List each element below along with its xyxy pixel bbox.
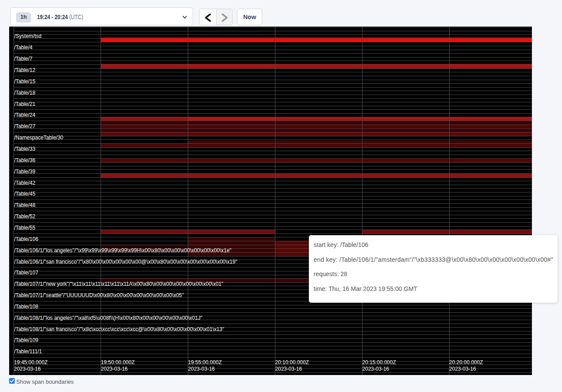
svg-text:/Table/107/1/"new york"/"\x11\: /Table/107/1/"new york"/"\x11\x11\x11\x1… — [14, 281, 223, 287]
svg-text:2023-03-16: 2023-03-16 — [449, 366, 476, 372]
svg-text:2023-03-16: 2023-03-16 — [362, 366, 389, 372]
svg-text:/Table/106: /Table/106 — [14, 236, 39, 242]
svg-text:/Table/18: /Table/18 — [14, 90, 36, 96]
svg-text:/Table/55: /Table/55 — [14, 225, 36, 231]
svg-text:/Table/42: /Table/42 — [14, 180, 36, 186]
svg-text:/NamespaceTable/30: /NamespaceTable/30 — [14, 135, 64, 141]
svg-text:2023-03-16: 2023-03-16 — [101, 366, 128, 372]
svg-text:/Table/39: /Table/39 — [14, 169, 36, 175]
svg-text:19:55:00.000Z: 19:55:00.000Z — [188, 359, 222, 365]
svg-text:/Table/106/1/"los angeles"/"\x: /Table/106/1/"los angeles"/"\x99\x99\x99… — [14, 247, 232, 253]
svg-text:/Table/7: /Table/7 — [14, 56, 33, 62]
svg-text:/Table/21: /Table/21 — [14, 101, 36, 107]
svg-text:/Table/12: /Table/12 — [14, 67, 36, 73]
svg-text:/Table/48: /Table/48 — [14, 202, 36, 208]
svg-text:/Table/108/1/"san francisco"/": /Table/108/1/"san francisco"/"\x8c\xcc\x… — [14, 326, 224, 332]
svg-text:/Table/109: /Table/109 — [14, 337, 39, 343]
svg-text:/Table/27: /Table/27 — [14, 123, 36, 129]
svg-text:/Table/33: /Table/33 — [14, 146, 36, 152]
svg-text:/Table/4: /Table/4 — [14, 44, 33, 51]
svg-text:2023-03-16: 2023-03-16 — [14, 366, 41, 372]
svg-text:/Table/24: /Table/24 — [14, 112, 36, 118]
svg-text:/Table/108: /Table/108 — [14, 304, 39, 310]
svg-text:/System/tsd: /System/tsd — [14, 33, 42, 39]
svg-text:20:20:00.000Z: 20:20:00.000Z — [449, 359, 483, 365]
svg-text:/Table/36: /Table/36 — [14, 157, 36, 163]
svg-text:/Table/106/1/"san francisco"/": /Table/106/1/"san francisco"/"\x80\x00\x… — [14, 259, 237, 265]
svg-text:2023-03-16: 2023-03-16 — [188, 366, 215, 372]
svg-text:20:15:00.000Z: 20:15:00.000Z — [362, 359, 396, 365]
svg-text:/Table/108/1/"los angeles"/"\x: /Table/108/1/"los angeles"/"\xa8\xf5\u00… — [14, 315, 203, 321]
svg-text:/Table/107: /Table/107 — [14, 270, 39, 276]
svg-text:2023-03-16: 2023-03-16 — [275, 366, 302, 372]
svg-text:/Table/45: /Table/45 — [14, 191, 36, 197]
svg-text:20:10:00.000Z: 20:10:00.000Z — [275, 359, 309, 365]
svg-text:/Table/15: /Table/15 — [14, 78, 36, 84]
svg-text:19:45:00.000Z: 19:45:00.000Z — [14, 359, 47, 365]
svg-text:/Table/107/1/"seattle"/"UUUUUU: /Table/107/1/"seattle"/"UUUUUUD\x00\x80\… — [14, 292, 184, 298]
svg-text:/Table/52: /Table/52 — [14, 213, 36, 220]
svg-text:19:50:00.000Z: 19:50:00.000Z — [101, 359, 135, 365]
svg-text:/Table/111/1: /Table/111/1 — [14, 348, 42, 355]
